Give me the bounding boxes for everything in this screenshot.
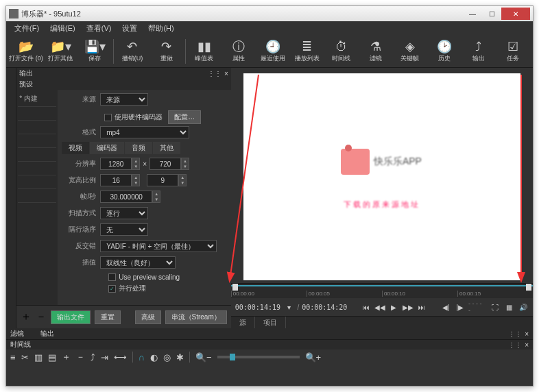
tab-video[interactable]: 视频 <box>62 142 89 154</box>
format-select[interactable]: mp4 <box>100 126 189 138</box>
timecode-current[interactable]: 00:00:14:19 <box>235 304 280 311</box>
export-button[interactable]: ⤴输出 <box>462 36 496 66</box>
keyframes-button[interactable]: ◈关键帧 <box>393 36 427 66</box>
hw-encoder-checkbox[interactable] <box>104 114 112 121</box>
save-button[interactable]: 💾▾保存 <box>77 36 112 66</box>
panel-close-icon[interactable]: × <box>525 341 529 349</box>
plus-icon[interactable]: ＋ <box>21 310 32 324</box>
tc-dropdown-icon[interactable]: ▾ <box>283 301 294 313</box>
source-select[interactable]: 来源 <box>100 93 148 106</box>
menu-help[interactable]: 帮助(H) <box>143 22 179 35</box>
play-button[interactable]: ▶ <box>388 301 399 313</box>
scrub-icon[interactable]: ◐ <box>150 352 158 363</box>
recent-button[interactable]: 🕘最近使用 <box>256 36 290 66</box>
undo-button[interactable]: ↶撤销(U) <box>115 36 149 66</box>
playlist-button[interactable]: ≣播放列表 <box>290 36 324 66</box>
overwrite-icon[interactable]: ⇥ <box>101 352 108 363</box>
configure-button[interactable]: 配置… <box>168 110 201 124</box>
skip-prev-button[interactable]: ⏮ <box>360 301 371 313</box>
res-height-input[interactable] <box>149 158 181 170</box>
ripple-icon[interactable]: ◎ <box>163 352 171 363</box>
menu-view[interactable]: 查看(V) <box>81 22 117 35</box>
cut-icon[interactable]: ✂ <box>21 352 29 363</box>
maximize-button[interactable]: ☐ <box>482 8 501 20</box>
ripple-all-icon[interactable]: ✱ <box>176 352 184 363</box>
forward-button[interactable]: ▶▶ <box>403 301 414 313</box>
export-file-button[interactable]: 输出文件 <box>51 310 91 324</box>
menu-file[interactable]: 文件(F) <box>9 22 45 35</box>
add-icon[interactable]: ＋ <box>62 351 71 363</box>
open-other-button[interactable]: 📁▾打开其他 <box>43 36 77 66</box>
filters-button[interactable]: ⚗滤镜 <box>359 36 393 66</box>
out-marker[interactable] <box>526 284 531 291</box>
timeline-button[interactable]: ⏱时间线 <box>324 36 359 66</box>
grid-icon[interactable]: ▦ <box>503 301 514 313</box>
fps-spinner[interactable]: ▲▼ <box>152 191 160 203</box>
zoom-slider[interactable] <box>217 356 300 358</box>
volume-icon[interactable]: 🔊 <box>518 301 529 313</box>
stream-button[interactable]: 串流（Stream） <box>165 310 227 324</box>
close-button[interactable]: ✕ <box>501 8 530 20</box>
snap-icon[interactable]: ∩ <box>139 352 145 363</box>
reset-button[interactable]: 重置 <box>95 310 121 324</box>
panel-close-icon[interactable]: × <box>525 330 529 338</box>
preset-item[interactable] <box>18 148 56 162</box>
tab-project[interactable]: 项目 <box>255 317 286 328</box>
deinterlace-select[interactable]: YADIF - 时间 + 空间（最佳） <box>100 240 217 252</box>
redo-button[interactable]: ↷重做 <box>149 36 184 66</box>
preset-builtin[interactable]: * 内建 <box>18 91 56 107</box>
tab-encoder[interactable]: 编码器 <box>90 142 124 154</box>
prev-frame-button[interactable]: ◀| <box>440 301 451 313</box>
preset-item[interactable] <box>18 189 56 203</box>
zoom-in-icon[interactable]: 🔍+ <box>305 352 322 363</box>
rewind-button[interactable]: ◀◀ <box>374 301 385 313</box>
fps-input[interactable] <box>100 191 152 203</box>
preset-item[interactable] <box>18 107 56 121</box>
aspect-h-spinner[interactable]: ▲▼ <box>178 174 187 186</box>
history-button[interactable]: 🕑历史 <box>427 36 462 66</box>
aspect-h-input[interactable] <box>147 174 178 186</box>
minus-icon[interactable]: － <box>36 310 47 324</box>
menu-edit[interactable]: 编辑(E) <box>45 22 81 35</box>
preset-item[interactable] <box>18 121 56 134</box>
interp-select[interactable]: 双线性（良好） <box>100 256 176 269</box>
peak-meter-button[interactable]: ▮▮峰值表 <box>187 36 221 66</box>
open-file-button[interactable]: 📂打开文件 (0) <box>9 36 43 66</box>
panel-grip-icon[interactable]: ⋮⋮ <box>208 70 221 77</box>
parallel-checkbox[interactable]: ✓ <box>108 285 116 293</box>
properties-button[interactable]: ⓘ属性 <box>221 36 256 66</box>
remove-icon[interactable]: － <box>76 351 85 363</box>
panel-grip-icon[interactable]: ⋮⋮ <box>508 341 522 349</box>
advanced-button[interactable]: 高级 <box>135 310 161 324</box>
field-order-select[interactable]: 无 <box>100 223 148 236</box>
preset-item[interactable] <box>18 162 56 175</box>
preset-list[interactable]: * 内建 <box>16 90 58 305</box>
zoom-fit-icon[interactable]: ⛶ <box>490 301 501 313</box>
preset-item[interactable] <box>18 175 56 189</box>
tab-source[interactable]: 源 <box>231 317 255 328</box>
preset-item[interactable] <box>18 134 56 148</box>
paste-icon[interactable]: ▤ <box>48 352 56 363</box>
next-frame-button[interactable]: |▶ <box>455 301 466 313</box>
split-icon[interactable]: ⟷ <box>114 352 127 363</box>
scan-select[interactable]: 逐行 <box>100 207 148 219</box>
minimize-button[interactable]: — <box>463 8 482 20</box>
panel-grip-icon[interactable]: ⋮⋮ <box>508 330 522 338</box>
menu-settings[interactable]: 设置 <box>117 22 143 35</box>
copy-icon[interactable]: ▥ <box>34 352 43 363</box>
zoom-out-icon[interactable]: 🔍− <box>195 352 212 363</box>
in-marker[interactable] <box>232 284 238 291</box>
res-height-spinner[interactable]: ▲▼ <box>181 158 189 170</box>
timeline-ruler[interactable]: 00:00:00 00:00:05 00:00:10 00:00:15 <box>231 283 533 298</box>
tab-audio[interactable]: 音频 <box>125 142 152 154</box>
aspect-w-input[interactable] <box>100 174 132 186</box>
tab-other[interactable]: 其他 <box>153 142 180 154</box>
aspect-w-spinner[interactable]: ▲▼ <box>132 174 140 186</box>
res-width-spinner[interactable]: ▲▼ <box>132 158 140 170</box>
lift-icon[interactable]: ⤴ <box>91 352 95 363</box>
jobs-button[interactable]: ☑任务 <box>496 36 530 66</box>
skip-next-button[interactable]: ⏭ <box>416 301 427 313</box>
preview-scaling-checkbox[interactable] <box>108 273 116 281</box>
menu-icon[interactable]: ≡ <box>10 352 16 363</box>
res-width-input[interactable] <box>100 158 132 170</box>
